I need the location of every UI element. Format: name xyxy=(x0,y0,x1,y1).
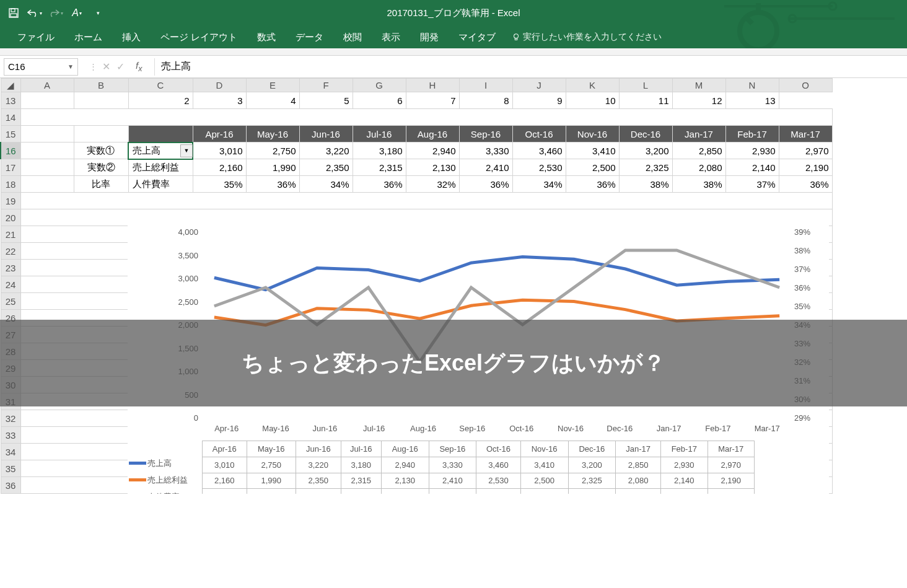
col-header-C[interactable]: C xyxy=(128,79,193,92)
y-left-tick: 3,000 xyxy=(167,274,198,283)
col-header-B[interactable]: B xyxy=(74,79,128,92)
redo-button[interactable]: ▾ xyxy=(47,4,64,22)
col-header-K[interactable]: K xyxy=(566,79,619,92)
tab-formulas[interactable]: 数式 xyxy=(247,27,286,48)
row-header-21[interactable]: 21 xyxy=(1,226,20,243)
row-13[interactable]: 13 2345678910111213 xyxy=(1,92,832,109)
row-header-23[interactable]: 23 xyxy=(1,260,20,276)
tab-view[interactable]: 表示 xyxy=(372,27,410,48)
row-header-19[interactable]: 19 xyxy=(1,193,20,209)
row-header-16[interactable]: 16 xyxy=(1,143,20,159)
col-header-H[interactable]: H xyxy=(406,79,459,92)
font-clear-button[interactable]: A▾ xyxy=(68,4,85,22)
row-header-17[interactable]: 17 xyxy=(1,159,20,176)
tab-developer[interactable]: 開発 xyxy=(410,27,449,48)
row-header-22[interactable]: 22 xyxy=(1,243,20,260)
row-header-15[interactable]: 15 xyxy=(1,126,20,143)
chart-table-cell: 36% xyxy=(520,489,568,494)
name-box[interactable]: C16 ▼ xyxy=(4,58,78,76)
cancel-formula-button[interactable]: ✕ xyxy=(102,61,110,72)
tab-insert[interactable]: 挿入 xyxy=(112,27,151,48)
chart-table-header: Jul-16 xyxy=(341,441,381,457)
qat-customize-button[interactable]: ▾ xyxy=(89,4,107,22)
col-header-J[interactable]: J xyxy=(512,79,566,92)
dropdown-button[interactable]: ▼ xyxy=(180,144,193,157)
select-all-button[interactable]: ◢ xyxy=(1,79,20,92)
y-right-tick: 36% xyxy=(794,283,819,292)
row-17[interactable]: 17 実数②売上総利益 2,1601,9902,3502,3152,1302,4… xyxy=(1,159,832,176)
tab-file[interactable]: ファイル xyxy=(7,27,64,48)
enter-formula-button[interactable]: ✓ xyxy=(116,61,125,72)
y-right-tick: 29% xyxy=(794,413,819,423)
row-15[interactable]: 15 Apr-16May-16Jun-16Jul-16Aug-16Sep-16O… xyxy=(1,126,832,143)
row-16[interactable]: 16 実数① 売上高▼ 3,0102,7503,2203,1802,9403,3… xyxy=(1,143,832,159)
row-header-24[interactable]: 24 xyxy=(1,276,20,293)
x-category: Feb-17 xyxy=(693,424,742,433)
chart-table-cell: 1,990 xyxy=(247,473,296,489)
row-header-36[interactable]: 36 xyxy=(1,477,20,494)
chart-table-cell: 2,940 xyxy=(381,457,429,473)
save-button[interactable] xyxy=(5,4,22,22)
ribbon-tabs: ファイル ホーム 挿入 ページ レイアウト 数式 データ 校閲 表示 開発 マイ… xyxy=(0,26,907,48)
col-header-F[interactable]: F xyxy=(299,79,353,92)
chart-table-cell: 36% xyxy=(247,489,296,494)
worksheet-grid[interactable]: ◢ A B C D E F G H I J K L M N O 13 23456… xyxy=(0,78,907,494)
row-header-32[interactable]: 32 xyxy=(1,410,20,427)
name-box-dropdown-icon[interactable]: ▼ xyxy=(68,63,74,70)
column-header-row: ◢ A B C D E F G H I J K L M N O xyxy=(1,79,832,92)
chart-table-cell: 3,220 xyxy=(296,457,341,473)
row-header-13[interactable]: 13 xyxy=(1,92,20,109)
col-header-N[interactable]: N xyxy=(725,79,779,92)
row-18[interactable]: 18 比率人件費率 35%36%34%36%32%36%34%36%38%38%… xyxy=(1,176,832,193)
fx-icon[interactable]: fx xyxy=(131,60,147,73)
tell-me-search[interactable]: 実行したい作業を入力してください xyxy=(512,32,662,43)
chart-table-cell: 3,330 xyxy=(429,457,476,473)
x-category: Aug-16 xyxy=(398,424,447,433)
col-header-O[interactable]: O xyxy=(779,79,832,92)
chart-table-cell: 2,130 xyxy=(381,473,429,489)
row-header-25[interactable]: 25 xyxy=(1,293,20,310)
chart-table-header: Mar-17 xyxy=(708,441,755,457)
row-header-34[interactable]: 34 xyxy=(1,444,20,460)
chart-table-cell: 2,530 xyxy=(476,473,521,489)
chart-table-cell: 3,460 xyxy=(476,457,521,473)
x-category: Oct-16 xyxy=(497,424,546,433)
y-left-tick: 4,000 xyxy=(167,227,198,237)
row-header-20[interactable]: 20 xyxy=(1,209,20,226)
name-box-value: C16 xyxy=(8,61,25,72)
chart-table-cell: 2,850 xyxy=(616,457,661,473)
tab-review[interactable]: 校閲 xyxy=(333,27,372,48)
title-bar: ▾ ▾ A▾ ▾ 20170131_ブログ執筆用 - Excel xyxy=(0,0,907,26)
y-left-tick: 0 xyxy=(167,413,198,423)
chart-table-cell: 2,140 xyxy=(661,473,708,489)
row-header-18[interactable]: 18 xyxy=(1,176,20,193)
chart-table-cell: 37% xyxy=(661,489,708,494)
col-header-D[interactable]: D xyxy=(193,79,246,92)
legend-item: 人件費率 xyxy=(128,488,202,494)
chart-table-cell: 3,200 xyxy=(568,457,616,473)
tab-home[interactable]: ホーム xyxy=(64,27,112,48)
col-header-A[interactable]: A xyxy=(20,79,74,92)
row-14[interactable]: 14 xyxy=(1,109,832,126)
cell-C16-selected[interactable]: 売上高▼ xyxy=(128,143,193,159)
chart-table-cell: 2,350 xyxy=(296,473,341,489)
tab-data[interactable]: データ xyxy=(286,27,333,48)
tab-pagelayout[interactable]: ページ レイアウト xyxy=(151,27,247,48)
col-header-E[interactable]: E xyxy=(246,79,299,92)
chart-table-cell: 2,315 xyxy=(341,473,381,489)
row-header-33[interactable]: 33 xyxy=(1,427,20,444)
col-header-L[interactable]: L xyxy=(619,79,672,92)
chart-table-cell: 34% xyxy=(296,489,341,494)
row-header-35[interactable]: 35 xyxy=(1,460,20,477)
svg-rect-9 xyxy=(515,38,517,40)
col-header-G[interactable]: G xyxy=(353,79,406,92)
col-header-I[interactable]: I xyxy=(459,79,512,92)
tab-mytab[interactable]: マイタブ xyxy=(449,27,506,48)
formula-input[interactable]: 売上高 xyxy=(155,58,907,76)
chart-table-cell: 36% xyxy=(708,489,755,494)
window-title: 20170131_ブログ執筆用 - Excel xyxy=(387,7,520,19)
undo-button[interactable]: ▾ xyxy=(26,4,43,22)
chart-table-cell: 35% xyxy=(203,489,247,494)
col-header-M[interactable]: M xyxy=(672,79,725,92)
row-header-14[interactable]: 14 xyxy=(1,109,20,126)
